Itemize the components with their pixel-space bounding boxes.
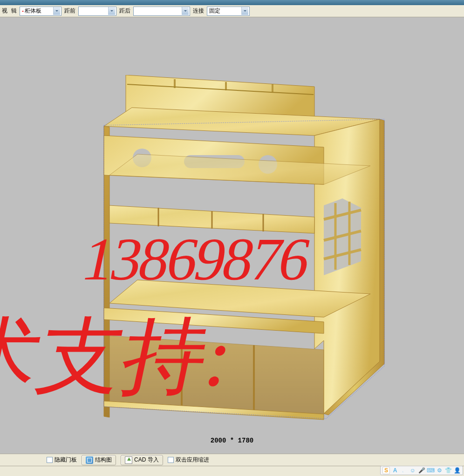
back-distance-dropdown[interactable] <box>133 7 190 16</box>
keyboard-icon[interactable]: ⌨ <box>427 467 434 474</box>
mic-icon[interactable]: 🎤 <box>418 467 425 474</box>
menu-edit-partial[interactable]: 辑 <box>10 7 18 15</box>
viewport-3d[interactable]: 13869876 术支持: 2000 * 1780 <box>0 24 464 454</box>
chevron-down-icon[interactable] <box>53 7 60 15</box>
chevron-down-icon[interactable] <box>108 7 115 15</box>
top-toolbar: 视 辑 - 柜体板 距前 距后 连接 固定 <box>0 5 464 17</box>
chevron-down-icon[interactable] <box>241 7 248 15</box>
panel-type-dropdown[interactable]: - 柜体板 <box>20 7 61 16</box>
account-icon[interactable]: 👤 <box>453 467 461 474</box>
furniture-model[interactable] <box>82 75 398 424</box>
punctuation-icon[interactable]: 、 <box>400 467 408 474</box>
cad-import-label: CAD 导入 <box>134 456 159 464</box>
canvas-area[interactable]: 13869876 术支持: 2000 * 1780 <box>0 17 464 454</box>
connect-label: 连接 <box>192 7 205 15</box>
structure-icon <box>86 456 93 464</box>
ime-tray[interactable]: S A 、 ☺ 🎤 ⌨ ⚙ 👕 👤 <box>380 466 463 475</box>
dblclick-indent-group[interactable]: 双击应用缩进 <box>168 456 209 464</box>
settings-icon[interactable]: ⚙ <box>436 467 443 474</box>
emoji-icon[interactable]: ☺ <box>409 467 416 474</box>
red-dash-icon: - <box>22 8 24 14</box>
ime-mode-icon[interactable]: A <box>391 467 399 474</box>
dblclick-indent-checkbox[interactable] <box>168 457 174 463</box>
back-distance-label: 距后 <box>118 7 131 15</box>
front-distance-dropdown[interactable] <box>78 7 116 16</box>
skin-icon[interactable]: 👕 <box>444 467 452 474</box>
connect-dropdown[interactable]: 固定 <box>207 7 250 16</box>
front-distance-label: 距前 <box>63 7 76 15</box>
hide-door-label: 隐藏门板 <box>55 456 77 464</box>
titlebar <box>0 0 464 5</box>
bottom-toolbar: 隐藏门板 结构图 CAD 导入 双击应用缩进 <box>0 454 464 466</box>
bottom-compartment <box>109 336 324 414</box>
structure-view-button[interactable]: 结构图 <box>82 455 116 465</box>
dblclick-indent-label: 双击应用缩进 <box>176 456 209 464</box>
menu-view-partial[interactable]: 视 <box>1 7 8 15</box>
structure-label: 结构图 <box>95 456 112 464</box>
panel-type-value: 柜体板 <box>25 7 41 15</box>
hide-door-checkbox[interactable] <box>47 457 53 463</box>
hide-door-checkbox-group[interactable]: 隐藏门板 <box>47 456 77 464</box>
ime-logo-icon[interactable]: S <box>382 467 390 474</box>
chevron-down-icon[interactable] <box>182 7 189 15</box>
connect-value: 固定 <box>209 7 220 15</box>
cad-import-button[interactable]: CAD 导入 <box>121 455 163 465</box>
dimensions-label: 2000 * 1780 <box>211 437 253 444</box>
cad-import-icon <box>125 456 132 464</box>
